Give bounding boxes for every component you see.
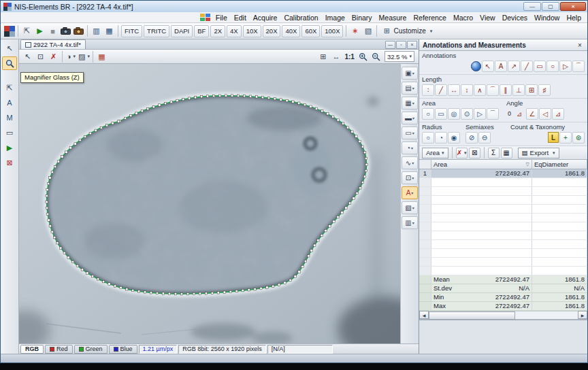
delete-annotation-icon[interactable]: ✗	[47, 50, 60, 63]
area-freehand-icon[interactable]: ⌒	[487, 108, 499, 120]
mdi-restore-button[interactable]: ▫	[396, 41, 406, 49]
zoom-out-icon[interactable]	[370, 50, 382, 63]
length-horizontal-icon[interactable]: ↔	[448, 84, 460, 96]
lut-icon[interactable]: ▨	[78, 50, 91, 63]
acquire-export-icon[interactable]: ⇱	[20, 24, 33, 37]
scrollbar-track[interactable]	[429, 311, 578, 319]
text-tool[interactable]: A	[2, 96, 17, 110]
menu-item[interactable]: View	[476, 13, 499, 22]
scroll-left-icon[interactable]: ◀	[419, 311, 429, 319]
menu-item[interactable]: Acquire	[250, 13, 281, 22]
microscopy-image[interactable]	[19, 64, 400, 343]
angle-lines-icon[interactable]: ◁	[539, 108, 551, 120]
roi-rect-tool[interactable]: ▭	[2, 126, 17, 139]
measurement-type-select[interactable]: Area	[422, 148, 448, 158]
table-hscrollbar[interactable]: ◀ ▶	[419, 311, 587, 320]
angle-ref-icon[interactable]: ⊿	[513, 108, 525, 120]
grid-overlay-tool[interactable]: ▦	[402, 97, 418, 110]
menu-item[interactable]: Macro	[450, 13, 476, 22]
annotation-select-tool[interactable]: ⇱	[2, 81, 17, 95]
fit-screen-icon[interactable]: ⊞	[316, 50, 329, 63]
magnification-button[interactable]: 100X	[321, 25, 343, 37]
empty-table-row[interactable]	[419, 214, 587, 222]
fit-width-icon[interactable]: ↔	[329, 50, 342, 63]
scrollbar-thumb[interactable]	[429, 312, 515, 320]
length-vertical-icon[interactable]: ↕	[461, 84, 473, 96]
empty-table-row[interactable]	[419, 240, 587, 249]
menu-item[interactable]: Help	[563, 13, 585, 22]
annotations-view-tool[interactable]: A	[402, 186, 418, 199]
length-auto-icon[interactable]: ♯	[538, 84, 551, 96]
length-curve-icon[interactable]: ⌒	[487, 84, 499, 96]
empty-table-row[interactable]	[419, 196, 587, 205]
filter-button[interactable]: BF	[194, 25, 209, 37]
snapshot-tool[interactable]: ▥	[402, 216, 418, 229]
area-ellipse-icon[interactable]: ○	[422, 108, 434, 120]
channel-overlay-tool[interactable]: ▤	[402, 82, 418, 95]
channel-tab-red[interactable]: Red	[45, 345, 73, 354]
channel-tab-blue[interactable]: Blue	[109, 345, 137, 354]
mdi-minimize-button[interactable]: —	[385, 41, 395, 49]
magnification-button[interactable]: 2X	[210, 25, 225, 37]
clear-all-icon[interactable]: ⊠	[469, 148, 480, 158]
taxonomy-icon[interactable]: ⊛	[572, 132, 585, 144]
angle-auto-icon[interactable]: ⊿	[552, 108, 564, 120]
empty-table-row[interactable]	[419, 231, 587, 240]
menu-item[interactable]: Window	[531, 13, 563, 22]
menu-item[interactable]: Measure	[376, 13, 410, 22]
semiaxes-ellipse-icon[interactable]: ⊘	[466, 132, 478, 144]
area-rect-icon[interactable]: ▭	[435, 108, 447, 120]
area-circle-icon[interactable]: ◎	[448, 108, 460, 120]
run-macro-tool[interactable]: ▶	[2, 141, 17, 154]
length-polyline-icon[interactable]: ∧	[474, 84, 486, 96]
scroll-right-icon[interactable]: ▶	[578, 311, 587, 319]
length-perpendicular-icon[interactable]: ⊥	[512, 84, 525, 96]
graph-toggle-icon[interactable]: ▦	[501, 148, 512, 158]
single-view-icon[interactable]: ▥	[90, 24, 103, 37]
arrow-annotation-icon[interactable]: ↗	[508, 61, 520, 72]
text-annotation-icon[interactable]: A	[495, 61, 507, 72]
probe-tool[interactable]: ▭	[402, 127, 418, 139]
auto-white-icon[interactable]: ∗	[348, 24, 361, 37]
magnification-button[interactable]: 60X	[301, 25, 320, 37]
statistics-toggle-icon[interactable]: Σ	[488, 148, 500, 158]
channel-tab-rgb[interactable]: RGB	[20, 345, 44, 354]
image-canvas[interactable]	[19, 64, 400, 343]
image-adjust-icon[interactable]: ◑	[65, 50, 78, 63]
radius-circle-icon[interactable]: ○	[422, 132, 434, 144]
semiaxes-auto-icon[interactable]: ⊖	[478, 132, 491, 144]
empty-table-row[interactable]	[419, 205, 587, 214]
radius-arc-icon[interactable]: ◔	[435, 132, 447, 144]
rect-annotation-icon[interactable]: ▭	[534, 61, 546, 72]
panel-close-icon[interactable]: ×	[576, 41, 584, 49]
pointer-tool[interactable]: ↖	[2, 41, 17, 55]
view-layout-tool[interactable]: ▣	[402, 67, 418, 80]
one-to-one-button[interactable]: 1:1	[342, 53, 356, 61]
annotations-options-icon[interactable]	[471, 61, 481, 71]
count-point-icon[interactable]: +	[559, 132, 572, 144]
minimize-button[interactable]: —	[523, 2, 541, 11]
menu-item[interactable]: File	[212, 13, 231, 22]
radius-auto-icon[interactable]: ◉	[448, 132, 460, 144]
channel-tab-green[interactable]: Green	[74, 345, 108, 354]
ellipse-annotation-icon[interactable]: ○	[546, 61, 559, 72]
area-polygon-icon[interactable]: ▷	[474, 108, 486, 120]
app-grid-button[interactable]	[3, 24, 16, 37]
close-button[interactable]: ×	[560, 2, 586, 11]
measure-tool[interactable]: M	[2, 111, 17, 124]
scalebar-tool[interactable]: ▬	[402, 112, 418, 124]
empty-table-row[interactable]	[419, 249, 587, 258]
area-column-header[interactable]: Area ▽	[431, 160, 532, 169]
empty-table-row[interactable]	[419, 258, 587, 267]
empty-table-row[interactable]	[419, 178, 587, 187]
menu-item[interactable]: Edit	[231, 13, 250, 22]
select-annotation-icon[interactable]: ⊡	[34, 50, 47, 63]
length-grid-icon[interactable]: ⊞	[525, 84, 538, 96]
live-play-icon[interactable]: ▶	[33, 24, 46, 37]
pointer-mode-icon[interactable]: ↖	[21, 50, 34, 63]
zoom-level-select[interactable]: 32.5 %	[385, 51, 414, 62]
channel-grid-icon[interactable]: ▦	[95, 50, 108, 63]
polygon-annotation-icon[interactable]: ▷	[559, 61, 572, 72]
measurement-row[interactable]: 1 2722492.47 1861.8	[419, 169, 587, 178]
magnification-button[interactable]: 20X	[263, 25, 281, 37]
